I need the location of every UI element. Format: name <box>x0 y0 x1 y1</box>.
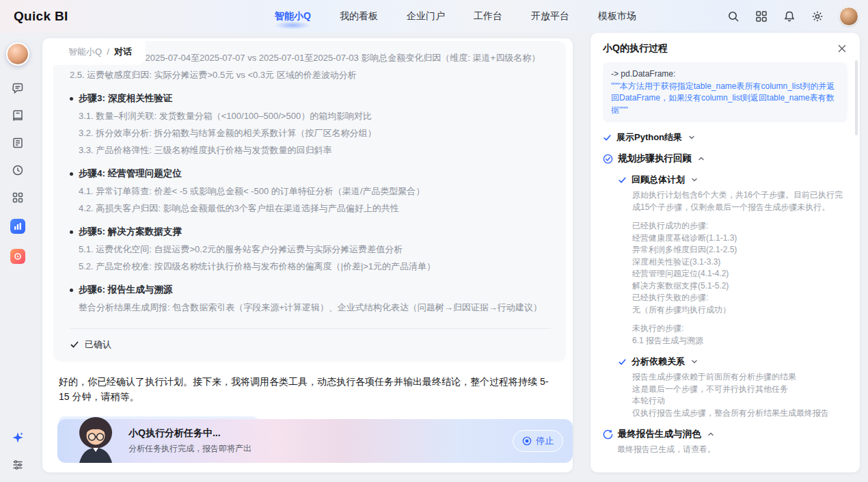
execution-panel-title: 小Q的执行过程 <box>603 42 668 55</box>
failed-step: 无（所有步骤均执行成功） <box>632 304 847 317</box>
step-title: 步骤6: 报告生成与溯源 <box>79 281 172 299</box>
user-avatar[interactable] <box>839 7 858 26</box>
panel-scrollbar-thumb[interactable] <box>855 60 858 135</box>
dependency-line: 本轮行动 <box>632 395 847 407</box>
chevron-down-icon <box>691 358 698 365</box>
check-icon <box>603 133 612 142</box>
quickbi-logo: Quick BI <box>14 9 68 24</box>
dependency-toggle[interactable]: 分析依赖关系 <box>618 356 847 368</box>
plan-step-6: 步骤6: 报告生成与溯源 整合分析结果生成周报: 包含数据索引表（字段来源+计算… <box>70 281 551 316</box>
plan-review-label: 规划步骤执行回顾 <box>618 152 692 165</box>
plan-item: 3.1. 数量–利润关联: 发货数量分箱（<100/100–500/>500）的… <box>79 107 551 124</box>
bullet-dot <box>70 97 73 101</box>
circle-check-icon <box>603 154 613 164</box>
spinner-icon <box>603 429 613 440</box>
show-python-result-label: 展示Python结果 <box>616 131 682 144</box>
chevron-down-icon <box>691 176 698 183</box>
chat-card: 智能小Q / 对话 2.4. 渠道核心异常: 2025-07-04至2025-0… <box>42 38 573 472</box>
nav-item-workspace[interactable]: 工作台 <box>474 10 502 23</box>
stop-label: 停止 <box>536 435 554 447</box>
assistant-figure <box>68 411 123 463</box>
filter-sliders-icon[interactable] <box>12 459 24 471</box>
nav-item-enterprise-portal[interactable]: 企业门户 <box>407 10 445 23</box>
app-tile-orange-icon[interactable] <box>10 249 25 264</box>
final-report-label: 最终报告生成与润色 <box>618 428 701 440</box>
document-edit-icon[interactable] <box>12 137 24 149</box>
divider <box>70 328 551 329</box>
ai-sparkle-icon[interactable] <box>12 431 24 444</box>
final-report-toggle[interactable]: 最终报告生成与润色 <box>603 428 847 440</box>
check-icon <box>618 358 627 366</box>
apps-grid-icon[interactable] <box>755 10 768 23</box>
bullet-dot <box>70 172 73 176</box>
apps-icon[interactable] <box>12 191 24 204</box>
bullet-dot <box>70 289 73 292</box>
dependency-line: 仅执行报告生成步骤，整合所有分析结果生成最终报告 <box>632 407 847 420</box>
python-code-block: -> pd.DataFrame: """本方法用于获得指定table_name表… <box>603 62 847 122</box>
success-step: 经营健康度基础诊断(1.1-1.3) <box>632 232 847 245</box>
nav-item-open-platform[interactable]: 开放平台 <box>531 10 569 23</box>
execution-panel: 小Q的执行过程 -> pd.DataFrame: """本方法用于获得指定tab… <box>591 33 860 472</box>
close-icon[interactable] <box>837 43 847 54</box>
success-step: 经营管理问题定位(4.1-4.2) <box>632 268 847 280</box>
show-python-result-toggle[interactable]: 展示Python结果 <box>603 131 847 144</box>
check-icon <box>618 176 627 185</box>
plan-step-4: 步骤4: 经营管理问题定位 4.1. 异常订单筛查: 价差< -5 或影响总金额… <box>70 165 551 217</box>
overall-plan-toggle[interactable]: 回顾总体计划 <box>618 174 847 186</box>
dependency-line: 报告生成步骤依赖于前面所有分析步骤的结果 <box>632 371 847 384</box>
check-icon <box>70 340 79 349</box>
confirmed-label: 已确认 <box>85 338 111 351</box>
task-banner-title: 小Q执行分析任务中... <box>128 427 252 440</box>
plan-item: 5.2. 产品定价校准: 按四级名称统计执行价格与发布价格的偏离度（|价差|>1… <box>79 258 551 275</box>
plan-item: 4.1. 异常订单筛查: 价差< -5 或影响总金额< -500 的订单特征分析… <box>79 183 551 200</box>
success-steps-label: 已经执行成功的步骤: <box>632 220 847 232</box>
plan-item: 5.1. 运费优化空间: 自提运费>0.2元的服务站客户分摊运费与实际分摊运费差… <box>79 241 551 258</box>
dependency-line: 这是最后一个步骤，不可并行执行其他任务 <box>632 384 847 396</box>
history-gauge-icon[interactable] <box>12 164 24 176</box>
nav-item-template-market[interactable]: 模板市场 <box>598 10 636 23</box>
plan-summary: 原始执行计划包含6个大类，共16个子步骤。目前已执行完成15个子步骤，仅剩余最后… <box>632 189 847 213</box>
final-report-status: 最终报告已生成，请查看。 <box>603 444 847 456</box>
app-tile-blue-icon[interactable] <box>10 219 25 234</box>
plan-item: 整合分析结果生成周报: 包含数据索引表（字段来源+计算逻辑）、企业式结构化表达（… <box>79 299 551 316</box>
settings-gear-icon[interactable] <box>811 10 824 23</box>
plan-step-3: 步骤3: 深度相关性验证 3.1. 数量–利润关联: 发货数量分箱（<100/1… <box>70 90 551 159</box>
notifications-bell-icon[interactable] <box>783 10 796 23</box>
dependency-label: 分析依赖关系 <box>632 356 685 368</box>
assistant-avatar[interactable] <box>6 42 29 66</box>
plan-item: 4.2. 高损失客户归因: 影响总金额最低的3个客户组在渠道选择与产品偏好上的共… <box>79 200 551 217</box>
code-head: -> pd.DataFrame: <box>611 68 839 81</box>
dependency-detail: 报告生成步骤依赖于前面所有分析步骤的结果 这是最后一个步骤，不可并行执行其他任务… <box>618 371 847 419</box>
step-title: 步骤4: 经营管理问题定位 <box>79 165 182 183</box>
pending-steps-label: 未执行的步骤: <box>632 323 847 335</box>
stop-button[interactable]: 停止 <box>513 430 563 452</box>
primary-nav: 智能小Q 我的看板 企业门户 工作台 开放平台 模板市场 <box>275 0 636 33</box>
breadcrumb-current: 对话 <box>114 46 132 57</box>
pending-step: 6.1 报告生成与溯源 <box>632 335 847 347</box>
nav-item-my-dashboards[interactable]: 我的看板 <box>340 10 378 23</box>
code-docstring: """本方法用于获得指定table_name表所有column_list列的并返… <box>611 81 839 117</box>
confirmed-status: 已确认 <box>70 338 551 351</box>
success-step: 异常利润多维度归因(2.1-2.5) <box>632 244 847 256</box>
failed-steps-label: 已经执行失败的步骤: <box>632 292 847 304</box>
success-step: 深度相关性验证(3.1-3.3) <box>632 256 847 269</box>
overall-plan-label: 回顾总体计划 <box>632 174 685 186</box>
step-title: 步骤3: 深度相关性验证 <box>79 90 172 107</box>
report-book-icon[interactable] <box>12 109 24 122</box>
plan-message-bubble: 2.4. 渠道核心异常: 2025-07-04至2025-07-07 vs 20… <box>53 41 566 362</box>
chevron-down-icon <box>688 134 695 141</box>
plan-review-section-toggle[interactable]: 规划步骤执行回顾 <box>603 152 847 165</box>
chevron-up-icon <box>698 155 705 162</box>
plan-item: 3.3. 产品价格弹性: 三级名称维度执行价格与发货数量的回归斜率 <box>79 142 551 159</box>
breadcrumb-root[interactable]: 智能小Q <box>68 46 102 57</box>
assistant-reply-text: 好的，你已经确认了执行计划。接下来，我将调用各类工具，动态执行各项任务并输出最终… <box>59 374 555 405</box>
search-icon[interactable] <box>727 10 740 23</box>
nav-item-smart-q[interactable]: 智能小Q <box>275 10 311 23</box>
success-step: 解决方案数据支撑(5.1-5.2) <box>632 280 847 293</box>
chat-icon[interactable] <box>12 82 24 94</box>
stop-icon <box>522 436 532 446</box>
breadcrumb: 智能小Q / 对话 <box>42 38 146 65</box>
plan-item: 2.5. 运费敏感度归因: 实际分摊运费>0.5元 vs <0.3元 区域的价差… <box>70 66 551 83</box>
chevron-up-icon <box>707 431 714 438</box>
bullet-dot <box>70 230 73 234</box>
